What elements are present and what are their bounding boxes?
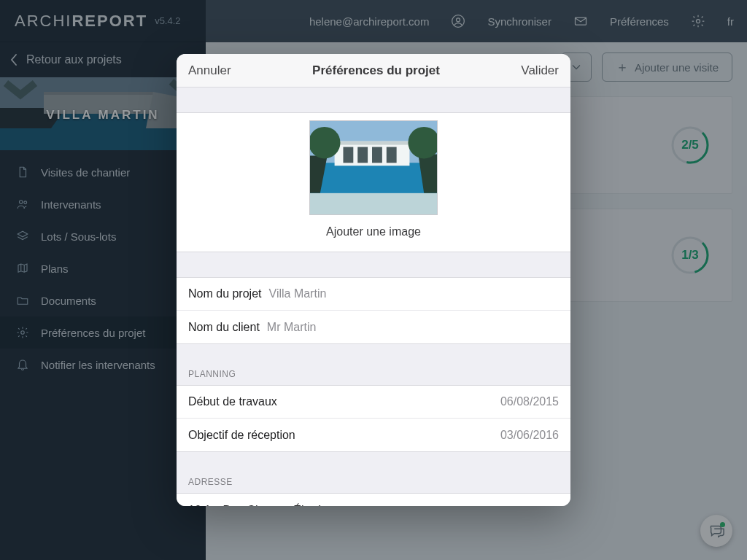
svg-rect-29 xyxy=(372,147,382,163)
project-image-thumb[interactable] xyxy=(309,120,438,215)
start-date-label: Début de travaux xyxy=(188,395,277,408)
end-date-label: Objectif de réception xyxy=(188,429,295,442)
svg-rect-28 xyxy=(357,147,368,163)
svg-rect-30 xyxy=(387,147,397,163)
client-name-value: Mr Martin xyxy=(267,321,317,334)
client-name-row[interactable]: Nom du client Mr Martin xyxy=(177,311,570,343)
start-date-row[interactable]: Début de travaux 06/08/2015 xyxy=(177,386,570,419)
planning-header: PLANNING xyxy=(177,369,570,385)
address-header: ADRESSE xyxy=(177,477,570,493)
add-image-caption: Ajouter une image xyxy=(177,225,570,238)
end-date-value: 03/06/2016 xyxy=(500,429,559,442)
project-name-label: Nom du projet xyxy=(188,287,262,300)
address-row[interactable]: 10 Av. Des Champs Élysés xyxy=(177,494,570,506)
svg-rect-22 xyxy=(310,193,437,215)
project-name-row[interactable]: Nom du projet Villa Martin xyxy=(177,278,570,311)
client-name-label: Nom du client xyxy=(188,321,260,334)
confirm-button[interactable]: Valider xyxy=(521,63,559,78)
end-date-row[interactable]: Objectif de réception 03/06/2016 xyxy=(177,419,570,451)
modal-header: Annuler Préférences du projet Valider xyxy=(177,54,570,88)
project-name-value: Villa Martin xyxy=(269,287,327,300)
cancel-button[interactable]: Annuler xyxy=(188,63,231,78)
project-preferences-modal: Annuler Préférences du projet Valider xyxy=(177,54,570,506)
svg-rect-21 xyxy=(335,141,410,145)
modal-title: Préférences du projet xyxy=(312,63,440,78)
start-date-value: 06/08/2015 xyxy=(500,395,559,408)
address-line1: 10 Av. Des Champs Élysés xyxy=(188,504,328,507)
svg-rect-27 xyxy=(343,147,353,163)
image-section[interactable]: Ajouter une image xyxy=(177,112,570,252)
svg-point-25 xyxy=(310,127,341,158)
villa-image xyxy=(310,121,437,215)
